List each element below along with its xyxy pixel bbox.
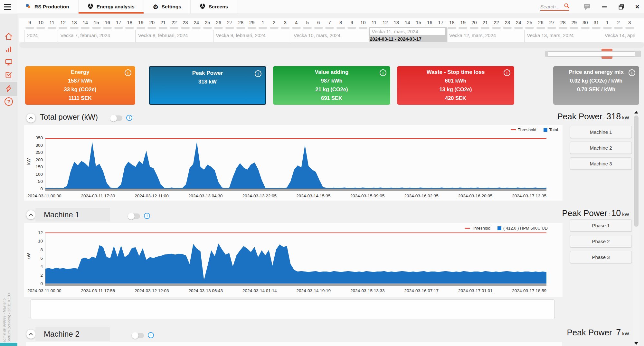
timeline-day[interactable]: 21	[157, 20, 169, 25]
side-button-phase-2[interactable]: Phase 2	[570, 235, 632, 247]
timeline-day[interactable]: 18	[446, 20, 458, 25]
info-icon[interactable]: i	[380, 69, 386, 76]
timeline-day[interactable]: 24	[191, 20, 202, 25]
timeline-day[interactable]: 10	[357, 20, 369, 25]
timeline-day-tick[interactable]	[569, 27, 580, 29]
machine-1-toggle[interactable]	[128, 213, 140, 219]
timeline-day-tick[interactable]	[35, 27, 47, 29]
timeline-week[interactable]: Vecka 8, februari, 2024	[135, 30, 213, 42]
timeline-day[interactable]: 4	[291, 20, 302, 25]
timeline-day[interactable]: 24	[513, 20, 524, 25]
timeline-day[interactable]: 14	[402, 20, 413, 25]
timeline-day[interactable]: 9	[346, 20, 358, 25]
timeline-day-tick[interactable]	[80, 27, 91, 29]
timeline-day[interactable]: 23	[180, 20, 191, 25]
total-power-info-icon[interactable]: i	[126, 115, 132, 121]
timeline-day[interactable]: 3	[280, 20, 291, 25]
home-icon[interactable]	[5, 32, 13, 41]
info-icon[interactable]: i	[504, 69, 510, 76]
legend-item-total[interactable]: Total	[544, 127, 558, 132]
timeline-day-tick[interactable]	[213, 27, 224, 29]
timeline-day-tick[interactable]	[346, 27, 358, 29]
machine-1-chart-plot[interactable]	[45, 232, 546, 283]
machine-2-info-icon[interactable]: i	[148, 332, 154, 338]
tab-settings[interactable]: ⚙ Settings	[144, 0, 191, 14]
timeline-day-tick[interactable]	[535, 27, 546, 29]
machine-1-info-icon[interactable]: i	[144, 213, 150, 219]
timeline-day-tick[interactable]	[58, 27, 69, 29]
timeline-day[interactable]: 28	[235, 20, 247, 25]
kpi-card-price-energy-mix[interactable]: Price and energy mixi0.02 kg (CO2e) / kW…	[553, 66, 639, 105]
timeline-day-tick[interactable]	[24, 27, 35, 29]
timeline-day[interactable]: 18	[124, 20, 136, 25]
timeline-day[interactable]: 6	[313, 20, 324, 25]
collapse-machine-2-button[interactable]	[26, 330, 35, 339]
timeline-day-tick[interactable]	[202, 27, 213, 29]
info-icon[interactable]: i	[125, 69, 131, 76]
timeline-day[interactable]: 31	[591, 20, 602, 25]
timeline-day[interactable]: 16	[102, 20, 113, 25]
timeline-day-tick[interactable]	[302, 27, 313, 29]
scrollbar-thumb[interactable]	[634, 115, 639, 227]
timeline-week[interactable]: Vecka 10, mars, 2024	[291, 30, 369, 42]
timeline-day-tick[interactable]	[102, 27, 113, 29]
timeline-day-tick[interactable]	[191, 27, 202, 29]
restore-button[interactable]	[618, 4, 625, 10]
legend-item-threshold[interactable]: Threshold	[511, 127, 536, 132]
timeline-day-tick[interactable]	[157, 27, 169, 29]
timeline-day[interactable]: 13	[391, 20, 402, 25]
timeline-day[interactable]: 27	[546, 20, 558, 25]
timeline-day-tick[interactable]	[513, 27, 524, 29]
timeline-day-tick[interactable]	[113, 27, 124, 29]
timeline-day[interactable]: 11	[369, 20, 380, 25]
timeline-day[interactable]: 28	[557, 20, 569, 25]
feedback-chat-icon[interactable]	[583, 4, 591, 10]
tab-energy-analysis[interactable]: Energy analysis	[79, 0, 144, 14]
timeline-day[interactable]: 17	[435, 20, 447, 25]
timeline-day-tick[interactable]	[258, 27, 269, 29]
timeline-day[interactable]: 15	[413, 20, 424, 25]
timeline-week[interactable]: Vecka 14, april, 2024	[602, 30, 635, 42]
timeline-day[interactable]: 2	[269, 20, 280, 25]
timeline-day-tick[interactable]	[580, 27, 591, 29]
timeline-day-tick[interactable]	[291, 27, 302, 29]
timeline-day-tick[interactable]	[69, 27, 80, 29]
tab-rs-production[interactable]: RS Production	[17, 0, 79, 14]
timeline-day[interactable]: 14	[80, 20, 91, 25]
statistics-icon[interactable]	[5, 45, 13, 54]
timeline-day-tick[interactable]	[335, 27, 346, 29]
timeline-day-tick[interactable]	[546, 27, 558, 29]
timeline-day-tick[interactable]	[502, 27, 513, 29]
timeline-day-tick[interactable]	[91, 27, 102, 29]
scroll-up-icon[interactable]	[634, 111, 638, 114]
timeline-week[interactable]: Vecka 12, mars, 2024	[446, 30, 524, 42]
timeline-day[interactable]: 20	[469, 20, 480, 25]
timeline-zoom-thumb[interactable]	[548, 51, 635, 56]
minimize-button[interactable]	[601, 4, 608, 10]
total-power-toggle[interactable]	[110, 115, 122, 121]
timeline-day-tick[interactable]	[469, 27, 480, 29]
timeline-day[interactable]: 5	[302, 20, 313, 25]
timeline-day[interactable]: 10	[35, 20, 47, 25]
timeline-day-tick[interactable]	[557, 27, 569, 29]
info-icon[interactable]: i	[255, 70, 261, 77]
side-button-machine-1[interactable]: Machine 1	[570, 126, 632, 138]
kpi-card-energy[interactable]: Energyi1587 kWh33 kg (CO2e)1111 SEK	[25, 66, 135, 105]
tab-screens[interactable]: Screens	[191, 0, 237, 14]
timeline-day-tick[interactable]	[224, 27, 235, 29]
timeline-day[interactable]: 29	[569, 20, 580, 25]
help-icon[interactable]: ?	[5, 97, 13, 106]
timeline-day[interactable]: 22	[491, 20, 502, 25]
timeline-day-tick[interactable]	[613, 27, 624, 29]
timeline-day[interactable]: 1	[258, 20, 269, 25]
timeline-day[interactable]: 12	[58, 20, 69, 25]
timeline-day-tick[interactable]	[357, 27, 369, 29]
side-button-machine-2[interactable]: Machine 2	[570, 142, 632, 154]
timeline-week[interactable]: Vecka 7, februari, 2024	[58, 30, 136, 42]
menu-icon[interactable]	[3, 3, 12, 11]
legend-item-threshold[interactable]: Threshold	[465, 226, 490, 231]
collapse-machine-1-button[interactable]	[26, 210, 35, 219]
side-button-machine-3[interactable]: Machine 3	[570, 157, 632, 170]
info-icon[interactable]: i	[629, 69, 635, 76]
timeline-day-tick[interactable]	[124, 27, 136, 29]
